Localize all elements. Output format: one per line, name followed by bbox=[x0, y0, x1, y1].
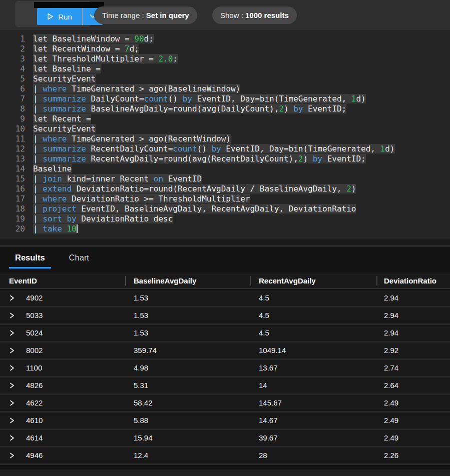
results-tabs: Results Chart bbox=[9, 253, 95, 268]
cell-baselineavgdaily: 12.4 bbox=[134, 448, 148, 464]
cell-deviationratio: 2.92 bbox=[384, 342, 398, 358]
cell-baselineavgdaily: 5.31 bbox=[134, 378, 148, 394]
table-row[interactable]: 11004.9813.672.74 bbox=[0, 360, 450, 378]
cell-deviationratio: 2.94 bbox=[384, 325, 398, 341]
line-number: 16 bbox=[0, 184, 25, 194]
cell-baselineavgdaily: 15.94 bbox=[134, 430, 153, 446]
cell-deviationratio: 2.49 bbox=[384, 412, 398, 428]
code-line: 11| where TimeGenerated > ago(RecentWind… bbox=[0, 134, 450, 144]
code-line: 1let BaselineWindow = 90d; bbox=[0, 34, 450, 44]
table-row[interactable]: 49021.534.52.94 bbox=[0, 290, 450, 308]
cell-baselineavgdaily: 1.53 bbox=[134, 290, 148, 306]
table-row[interactable]: 8002359.741049.142.92 bbox=[0, 342, 450, 360]
cell-deviationratio: 2.94 bbox=[384, 290, 398, 306]
run-button-top-shadow bbox=[34, 2, 104, 8]
column-header-deviationratio[interactable]: DeviationRatio bbox=[384, 272, 436, 289]
code-line: 20| take 10 bbox=[0, 224, 450, 234]
chevron-right-icon[interactable] bbox=[9, 347, 15, 354]
code-line: 4let Baseline = bbox=[0, 64, 450, 74]
chevron-right-icon[interactable] bbox=[9, 330, 15, 336]
cell-eventid: 4614 bbox=[26, 430, 43, 446]
cell-eventid: 5033 bbox=[26, 308, 43, 324]
code-line: 13| summarize RecentAvgDaily=round(avg(R… bbox=[0, 154, 450, 164]
cell-recentavgdaily: 145.67 bbox=[259, 395, 282, 411]
code-line: 5SecurityEvent bbox=[0, 74, 450, 84]
tab-chart[interactable]: Chart bbox=[63, 253, 95, 268]
cell-eventid: 4826 bbox=[26, 378, 43, 394]
chevron-right-icon[interactable] bbox=[9, 452, 15, 459]
cell-deviationratio: 2.49 bbox=[384, 430, 398, 446]
line-number: 3 bbox=[0, 54, 25, 64]
line-number: 20 bbox=[0, 224, 25, 234]
line-number: 5 bbox=[0, 74, 25, 84]
code-line: 12| summarize RecentDailyCount=count() b… bbox=[0, 144, 450, 154]
table-row[interactable]: 50331.534.52.94 bbox=[0, 308, 450, 325]
table-rows: 49021.534.52.9450331.534.52.9450241.534.… bbox=[0, 290, 450, 465]
code-line: 17| where DeviationRatio >= ThresholdMul… bbox=[0, 194, 450, 204]
line-number: 7 bbox=[0, 94, 25, 104]
run-button-group: Run bbox=[15, 1, 91, 27]
line-number: 18 bbox=[0, 204, 25, 214]
chevron-right-icon[interactable] bbox=[9, 417, 15, 424]
code-lines: 1let BaselineWindow = 90d;2let RecentWin… bbox=[0, 34, 450, 234]
line-number: 12 bbox=[0, 144, 25, 154]
column-header-eventid[interactable]: EventID bbox=[9, 272, 37, 289]
line-number: 15 bbox=[0, 174, 25, 184]
query-editor[interactable]: 1let BaselineWindow = 90d;2let RecentWin… bbox=[0, 30, 450, 240]
chevron-right-icon[interactable] bbox=[9, 400, 15, 406]
chevron-right-icon[interactable] bbox=[9, 382, 15, 389]
cell-deviationratio: 2.49 bbox=[384, 395, 398, 411]
time-range-label: Time range : bbox=[102, 11, 146, 20]
cell-baselineavgdaily: 5.88 bbox=[134, 412, 148, 428]
query-toolbar: Run Time range : Set in query Show : 100… bbox=[0, 0, 450, 30]
cell-eventid: 4622 bbox=[26, 395, 43, 411]
show-results-pill[interactable]: Show : 1000 results bbox=[212, 6, 297, 24]
line-number: 2 bbox=[0, 44, 25, 54]
code-line: 15| join kind=inner Recent on EventID bbox=[0, 174, 450, 184]
time-range-value: Set in query bbox=[146, 11, 189, 20]
tab-results[interactable]: Results bbox=[9, 253, 51, 268]
column-separator bbox=[376, 276, 377, 286]
cell-deviationratio: 2.26 bbox=[384, 448, 398, 464]
code-line: 7| summarize DailyCount=count() by Event… bbox=[0, 94, 450, 104]
table-row[interactable]: 461415.9439.672.49 bbox=[0, 430, 450, 448]
cell-recentavgdaily: 28 bbox=[259, 448, 267, 464]
text-cursor bbox=[77, 224, 78, 233]
cell-deviationratio: 2.94 bbox=[384, 308, 398, 324]
run-button[interactable]: Run bbox=[37, 8, 82, 25]
code-line: 18| project EventID, BaselineAvgDaily, R… bbox=[0, 204, 450, 214]
column-header-recentavgdaily[interactable]: RecentAvgDaily bbox=[259, 272, 316, 289]
time-range-pill[interactable]: Time range : Set in query bbox=[94, 6, 197, 24]
column-header-baselineavgdaily[interactable]: BaselineAvgDaily bbox=[134, 272, 196, 289]
chevron-right-icon[interactable] bbox=[9, 312, 15, 319]
cell-recentavgdaily: 4.5 bbox=[259, 308, 269, 324]
column-separator bbox=[125, 276, 126, 286]
cell-baselineavgdaily: 359.74 bbox=[134, 342, 157, 358]
table-row[interactable]: 494612.4282.26 bbox=[0, 448, 450, 465]
cell-deviationratio: 2.64 bbox=[384, 378, 398, 394]
run-button-label: Run bbox=[58, 12, 72, 21]
cell-recentavgdaily: 13.67 bbox=[259, 360, 278, 376]
results-footer-band bbox=[0, 470, 450, 476]
table-row[interactable]: 48265.31142.64 bbox=[0, 378, 450, 395]
line-number: 14 bbox=[0, 164, 25, 174]
line-number: 9 bbox=[0, 114, 25, 124]
line-number: 4 bbox=[0, 64, 25, 74]
cell-baselineavgdaily: 1.53 bbox=[134, 308, 148, 324]
chevron-right-icon[interactable] bbox=[9, 294, 15, 302]
show-label: Show : bbox=[220, 11, 245, 20]
cell-eventid: 4902 bbox=[26, 290, 43, 306]
chevron-right-icon[interactable] bbox=[9, 364, 15, 372]
code-line: 3let ThresholdMultiplier = 2.0; bbox=[0, 54, 450, 64]
results-panel: Results Chart EventID BaselineAvgDaily R… bbox=[0, 246, 450, 476]
table-row[interactable]: 50241.534.52.94 bbox=[0, 325, 450, 342]
line-number: 11 bbox=[0, 134, 25, 144]
code-line: 19| sort by DeviationRatio desc bbox=[0, 214, 450, 224]
cell-recentavgdaily: 14.67 bbox=[259, 412, 278, 428]
cell-recentavgdaily: 4.5 bbox=[259, 290, 269, 306]
table-row[interactable]: 462258.42145.672.49 bbox=[0, 395, 450, 412]
chevron-right-icon[interactable] bbox=[9, 434, 15, 442]
cell-recentavgdaily: 14 bbox=[259, 378, 267, 394]
cell-eventid: 4610 bbox=[26, 412, 43, 428]
table-row[interactable]: 46105.8814.672.49 bbox=[0, 412, 450, 430]
